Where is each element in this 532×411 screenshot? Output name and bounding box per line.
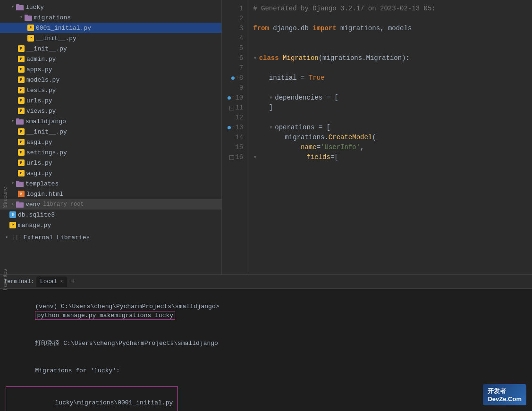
- sidebar-item-login-html[interactable]: H login.html: [0, 189, 221, 199]
- line-num-10: ↑ 10: [228, 93, 243, 103]
- sidebar-item-label: manage.py: [18, 222, 51, 229]
- sidebar-item-migrations[interactable]: ▾ migrations: [0, 12, 221, 23]
- execution-arrow-icon: ↑: [232, 95, 234, 101]
- py-file-icon: P: [18, 76, 25, 83]
- py-file-icon: P: [18, 45, 25, 52]
- svg-rect-6: [16, 182, 24, 187]
- line-num-2: 2: [228, 14, 243, 24]
- sidebar-item-urls-sd[interactable]: P urls.py: [0, 158, 221, 168]
- line-num-12: 12: [228, 113, 243, 123]
- sidebar-item-label: lucky: [25, 4, 44, 11]
- code-normal: initial =: [253, 73, 309, 83]
- editor: 1 2 3 4 5 6 7 ↑ 8 9 ↑ 1: [222, 0, 532, 274]
- sidebar-item-label: asgi.py: [26, 139, 52, 146]
- fold-triangle: ▾: [269, 123, 273, 133]
- sidebar-item-templates[interactable]: ▾ templates: [0, 178, 221, 189]
- code-line-12: [253, 113, 526, 123]
- app-container: Structure Favorites ▾ lucky ▾: [0, 0, 532, 411]
- code-line-13: ▾ operations = [: [253, 123, 526, 133]
- svg-rect-3: [25, 15, 28, 16]
- sidebar-item-label: views.py: [26, 108, 56, 115]
- svg-rect-7: [16, 181, 19, 182]
- code-normal: dependencies = [: [275, 93, 338, 103]
- sidebar-item-models[interactable]: P models.py: [0, 75, 221, 85]
- code-func: CreateModel: [329, 133, 372, 143]
- sidebar-item-label: urls.py: [26, 97, 52, 104]
- chevron-right-icon: ▸: [9, 201, 16, 208]
- sidebar-item-label: urls.py: [26, 159, 52, 167]
- terminal-cmd-highlight: python manage.py makemigrations lucky: [35, 311, 175, 320]
- terminal-prompt: (venv) C:\Users\cheng\PycharmProjects\sm…: [35, 303, 219, 310]
- terminal-content[interactable]: (venv) C:\Users\cheng\PycharmProjects\sm…: [0, 289, 532, 411]
- sidebar-item-smalldjango[interactable]: ▾ smalldjango: [0, 116, 221, 126]
- sidebar-item-admin[interactable]: P admin.py: [0, 54, 221, 64]
- sidebar-item-tests[interactable]: P tests.py: [0, 85, 221, 95]
- py-file-icon: P: [18, 56, 25, 62]
- sidebar-item-0001-initial[interactable]: P 0001_initial.py: [0, 23, 221, 33]
- code-line-5: [253, 43, 526, 53]
- sidebar-item-db-sqlite3[interactable]: S db.sqlite3: [0, 210, 221, 220]
- sidebar-item-wsgi[interactable]: P wsgi.py: [0, 168, 221, 178]
- sidebar-item-apps[interactable]: P apps.py: [0, 64, 221, 75]
- svg-rect-8: [16, 202, 24, 208]
- sidebar-item-label: settings.py: [26, 149, 67, 156]
- code-normal: (migrations.: [319, 53, 366, 63]
- sidebar-item-init-sd[interactable]: P __init__.py: [0, 126, 221, 137]
- code-normal: operations = [: [275, 123, 330, 133]
- watermark-line1: 开发者: [488, 387, 522, 395]
- close-icon[interactable]: ×: [60, 278, 63, 285]
- terminal-output-text: Migrations for 'lucky':: [35, 367, 119, 374]
- chevron-down-icon: ▾: [18, 14, 25, 21]
- sidebar-item-manage[interactable]: P manage.py: [0, 220, 221, 230]
- main-area: Structure Favorites ▾ lucky ▾: [0, 0, 532, 274]
- sidebar-item-lucky[interactable]: ▾ lucky: [0, 2, 221, 12]
- folder-icon: [16, 118, 24, 125]
- library-bars-icon: |||: [12, 235, 22, 240]
- sidebar-item-settings[interactable]: P settings.py: [0, 147, 221, 158]
- svg-rect-2: [25, 16, 32, 21]
- code-keyword: class: [259, 53, 283, 63]
- code-line-7: [253, 63, 526, 73]
- py-file-icon: P: [18, 149, 25, 156]
- line-num-8: ↑ 8: [228, 73, 243, 83]
- svg-rect-0: [16, 5, 24, 10]
- code-line-15: name = 'UserInfo' ,: [253, 143, 526, 152]
- line-num-14: 14: [228, 133, 243, 143]
- sidebar-item-init-migrations[interactable]: P __init__.py: [0, 33, 221, 43]
- sidebar-item-external-libraries[interactable]: ▸ ||| External Libraries: [0, 232, 221, 243]
- terminal-migrations-label: Migrations for 'lucky':: [6, 357, 526, 385]
- terminal-output-text: 打印路径 C:\Users\cheng\PycharmProjects\smal…: [35, 340, 218, 347]
- code-normal: [253, 123, 269, 133]
- code-area: 1 2 3 4 5 6 7 ↑ 8 9 ↑ 1: [222, 0, 532, 274]
- line-num-3: 3: [228, 24, 243, 34]
- py-file-icon: P: [18, 139, 25, 145]
- py-file-icon: P: [18, 128, 25, 135]
- code-classname: Migration: [283, 53, 319, 63]
- sidebar-item-label: db.sqlite3: [18, 211, 55, 218]
- terminal: Terminal: Local × + (venv) C:\Users\chen…: [0, 274, 532, 411]
- sqlite-file-icon: S: [9, 211, 16, 218]
- code-line-8: initial = True: [253, 73, 526, 83]
- sidebar-item-init-lucky[interactable]: P __init__.py: [0, 43, 221, 54]
- terminal-migration-file: lucky\migrations\0001_initial.py: [11, 389, 173, 411]
- terminal-tab-name: Local: [40, 278, 57, 285]
- sidebar-item-label: External Libraries: [24, 234, 90, 241]
- sidebar-item-urls[interactable]: P urls.py: [0, 95, 221, 106]
- add-terminal-button[interactable]: +: [69, 277, 77, 286]
- code-line-9: [253, 83, 526, 93]
- sidebar-item-venv[interactable]: ▸ venv library root: [0, 199, 221, 210]
- sidebar-item-asgi[interactable]: P asgi.py: [0, 137, 221, 147]
- code-line-14: migrations. CreateModel (: [253, 133, 526, 143]
- sidebar-item-views[interactable]: P views.py: [0, 106, 221, 116]
- code-comment: # Generated by Django 3.2.17 on 2023-02-…: [253, 4, 435, 14]
- svg-rect-1: [16, 4, 19, 6]
- code-param: name: [301, 143, 317, 152]
- py-file-icon: P: [18, 159, 25, 166]
- structure-label: Structure: [0, 185, 9, 210]
- sidebar-item-label: __init__.py: [26, 45, 67, 52]
- code-line-3: from django.db import migrations, models: [253, 24, 526, 34]
- py-file-icon: P: [18, 97, 25, 104]
- code-normal: =[: [330, 152, 338, 162]
- code-content[interactable]: # Generated by Django 3.2.17 on 2023-02-…: [247, 0, 532, 274]
- terminal-tab-local[interactable]: Local ×: [36, 277, 67, 287]
